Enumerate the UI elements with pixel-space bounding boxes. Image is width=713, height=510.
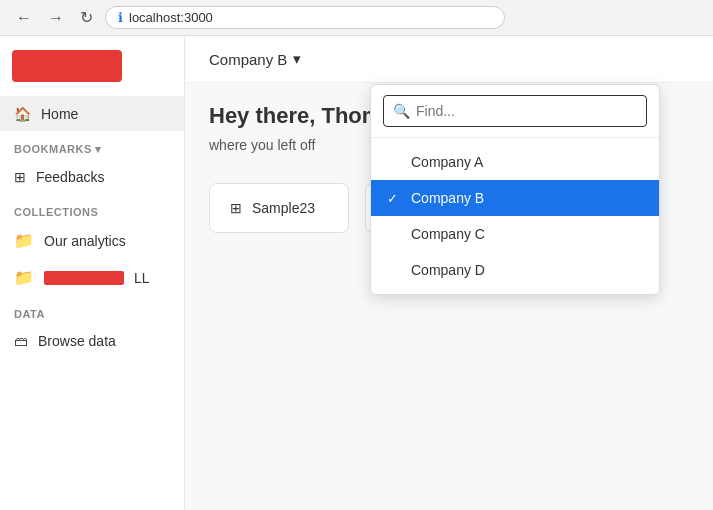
redacted-suffix: LL bbox=[134, 270, 150, 286]
dropdown-item-company-c[interactable]: ✓ Company C bbox=[371, 216, 659, 252]
dropdown-items-list: ✓ Company A ✓ Company B ✓ Company C ✓ Co… bbox=[371, 138, 659, 294]
top-bar: Company B ▾ bbox=[185, 36, 713, 83]
our-analytics-label: Our analytics bbox=[44, 233, 126, 249]
app-container: 🏠 Home BOOKMARKS ▾ ⊞ Feedbacks COLLECTIO… bbox=[0, 36, 713, 510]
company-c-label: Company C bbox=[411, 226, 485, 242]
forward-button[interactable]: → bbox=[44, 7, 68, 29]
card-grid-icon-1: ⊞ bbox=[230, 200, 242, 216]
selector-chevron-icon: ▾ bbox=[293, 50, 301, 68]
folder-icon-2: 📁 bbox=[14, 268, 34, 287]
folder-icon-1: 📁 bbox=[14, 231, 34, 250]
company-dropdown: 🔍 ✓ Company A ✓ Company B ✓ Company C bbox=[370, 84, 660, 295]
back-button[interactable]: ← bbox=[12, 7, 36, 29]
company-search-input[interactable] bbox=[383, 95, 647, 127]
logo bbox=[12, 50, 122, 82]
logo-area bbox=[0, 36, 184, 97]
redacted-label bbox=[44, 271, 124, 285]
reload-button[interactable]: ↻ bbox=[76, 6, 97, 29]
address-bar[interactable]: ℹ localhost:3000 bbox=[105, 6, 505, 29]
home-icon: 🏠 bbox=[14, 106, 31, 122]
search-input-wrapper: 🔍 bbox=[383, 95, 647, 127]
sidebar-item-feedbacks[interactable]: ⊞ Feedbacks bbox=[0, 160, 184, 194]
search-icon: 🔍 bbox=[393, 103, 410, 119]
sidebar-item-our-analytics[interactable]: 📁 Our analytics bbox=[0, 222, 184, 259]
bookmarks-chevron: ▾ bbox=[95, 143, 102, 155]
sidebar: 🏠 Home BOOKMARKS ▾ ⊞ Feedbacks COLLECTIO… bbox=[0, 36, 185, 510]
feedbacks-label: Feedbacks bbox=[36, 169, 104, 185]
dropdown-item-company-a[interactable]: ✓ Company A bbox=[371, 144, 659, 180]
collections-section-label: COLLECTIONS bbox=[0, 194, 184, 222]
browse-data-label: Browse data bbox=[38, 333, 116, 349]
dropdown-item-company-d[interactable]: ✓ Company D bbox=[371, 252, 659, 288]
dropdown-item-company-b[interactable]: ✓ Company B bbox=[371, 180, 659, 216]
company-b-label: Company B bbox=[411, 190, 484, 206]
sidebar-item-home[interactable]: 🏠 Home bbox=[0, 97, 184, 131]
check-icon-b: ✓ bbox=[387, 191, 403, 206]
database-icon: 🗃 bbox=[14, 333, 28, 349]
data-section-label: DATA bbox=[0, 296, 184, 324]
selected-company-label: Company B bbox=[209, 51, 287, 68]
bookmarks-section-label: BOOKMARKS ▾ bbox=[0, 131, 184, 160]
company-a-label: Company A bbox=[411, 154, 483, 170]
url-text: localhost:3000 bbox=[129, 10, 213, 25]
company-d-label: Company D bbox=[411, 262, 485, 278]
card-sample23[interactable]: ⊞ Sample23 bbox=[209, 183, 349, 233]
browser-chrome: ← → ↻ ℹ localhost:3000 bbox=[0, 0, 713, 36]
grid-icon: ⊞ bbox=[14, 169, 26, 185]
sidebar-item-browse-data[interactable]: 🗃 Browse data bbox=[0, 324, 184, 358]
home-label: Home bbox=[41, 106, 78, 122]
dropdown-search-area: 🔍 bbox=[371, 85, 659, 138]
company-selector-button[interactable]: Company B ▾ bbox=[201, 46, 309, 72]
card-sample23-label: Sample23 bbox=[252, 200, 315, 216]
sidebar-item-redacted[interactable]: 📁 LL bbox=[0, 259, 184, 296]
info-icon: ℹ bbox=[118, 10, 123, 25]
